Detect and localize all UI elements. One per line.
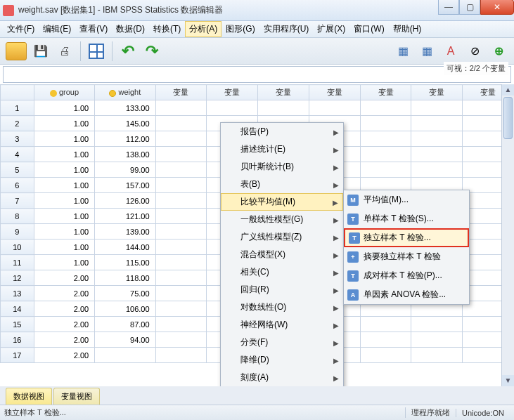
add-icon[interactable]: ⊕ <box>489 41 508 61</box>
row-number[interactable]: 8 <box>1 209 34 224</box>
cell-weight[interactable]: 106.00 <box>95 301 155 317</box>
dropdown-item[interactable]: 混合模型(X)▶ <box>221 246 343 263</box>
chart-icon[interactable]: ▦ <box>393 41 413 61</box>
cell-group[interactable]: 2.00 <box>34 286 94 301</box>
dropdown-item[interactable]: 报告(P)▶ <box>221 123 343 140</box>
col-var-1[interactable]: 变量 <box>155 85 207 100</box>
row-number[interactable]: 2 <box>1 116 34 131</box>
cell-group[interactable]: 2.00 <box>34 348 94 363</box>
menu-edit[interactable]: 编辑(E) <box>39 21 75 37</box>
undo-icon[interactable]: ↶ <box>118 41 138 61</box>
cell-group[interactable]: 2.00 <box>34 332 94 348</box>
col-group[interactable]: group <box>34 85 94 100</box>
cell-weight[interactable]: 144.00 <box>95 239 155 255</box>
save-icon[interactable]: 💾 <box>31 41 51 61</box>
corner-cell[interactable] <box>1 85 34 100</box>
row-number[interactable]: 4 <box>1 147 34 162</box>
menu-window[interactable]: 窗口(W) <box>349 21 388 37</box>
col-var-2[interactable]: 变量 <box>207 85 258 100</box>
dropdown-item[interactable]: 刻度(A)▶ <box>221 369 343 386</box>
row-number[interactable]: 3 <box>1 131 34 147</box>
submenu-item[interactable]: M 平均值(M)... <box>344 190 469 209</box>
dropdown-item[interactable]: 贝叶斯统计(B)▶ <box>221 158 343 176</box>
cell-weight[interactable]: 138.00 <box>95 147 155 162</box>
scroll-thumb[interactable] <box>503 97 513 139</box>
cell-group[interactable]: 1.00 <box>34 209 94 224</box>
cell-weight[interactable]: 94.00 <box>95 332 155 348</box>
vertical-scrollbar[interactable]: ▲ ▼ <box>501 84 514 386</box>
row-number[interactable]: 13 <box>1 286 34 301</box>
scroll-down-icon[interactable]: ▼ <box>502 375 514 386</box>
menu-help[interactable]: 帮助(H) <box>389 21 426 37</box>
submenu-item[interactable]: T 成对样本 T 检验(P)... <box>344 266 469 285</box>
dropdown-item[interactable]: 描述统计(E)▶ <box>221 140 343 158</box>
cell-weight[interactable]: 99.00 <box>95 162 155 178</box>
menu-utilities[interactable]: 实用程序(U) <box>259 21 314 37</box>
row-number[interactable]: 7 <box>1 193 34 209</box>
row-number[interactable]: 14 <box>1 301 34 317</box>
cell-group[interactable]: 1.00 <box>34 239 94 255</box>
minimize-button[interactable]: — <box>438 0 459 15</box>
grid-icon[interactable]: ▦ <box>417 41 437 61</box>
row-number[interactable]: 17 <box>1 348 34 363</box>
cell-group[interactable]: 2.00 <box>34 317 94 332</box>
cell-group[interactable]: 1.00 <box>34 255 94 270</box>
format-icon[interactable]: A <box>441 41 461 61</box>
cell-weight[interactable]: 115.00 <box>95 255 155 270</box>
row-number[interactable]: 11 <box>1 255 34 270</box>
col-var-4[interactable]: 变量 <box>309 85 360 100</box>
col-var-5[interactable]: 变量 <box>360 85 411 100</box>
cell-group[interactable]: 1.00 <box>34 131 94 147</box>
cell-group[interactable]: 2.00 <box>34 270 94 286</box>
dropdown-item[interactable]: 降维(D)▶ <box>221 351 343 369</box>
menu-transform[interactable]: 转换(T) <box>149 21 185 37</box>
dropdown-item[interactable]: 相关(C)▶ <box>221 263 343 281</box>
col-var-6[interactable]: 变量 <box>411 85 463 100</box>
redo-icon[interactable]: ↷ <box>142 41 162 61</box>
menu-data[interactable]: 数据(D) <box>112 21 149 37</box>
table-icon[interactable] <box>86 41 106 61</box>
dropdown-item[interactable]: 对数线性(O)▶ <box>221 298 343 316</box>
menu-graphs[interactable]: 图形(G) <box>221 21 259 37</box>
menu-extensions[interactable]: 扩展(X) <box>313 21 349 37</box>
cell-group[interactable]: 1.00 <box>34 178 94 193</box>
row-number[interactable]: 16 <box>1 332 34 348</box>
cell-group[interactable]: 1.00 <box>34 147 94 162</box>
formula-bar[interactable] <box>3 66 511 83</box>
dropdown-item[interactable]: 分类(F)▶ <box>221 334 343 351</box>
tab-data-view[interactable]: 数据视图 <box>6 388 52 405</box>
cell-group[interactable]: 2.00 <box>34 301 94 317</box>
row-number[interactable]: 1 <box>1 100 34 116</box>
row-number[interactable]: 12 <box>1 270 34 286</box>
cell-group[interactable]: 1.00 <box>34 162 94 178</box>
row-number[interactable]: 6 <box>1 178 34 193</box>
cell-group[interactable]: 1.00 <box>34 100 94 116</box>
table-row[interactable]: 1 1.00 133.00 <box>1 100 514 116</box>
dropdown-item[interactable]: 比较平均值(M)▶ <box>221 193 343 211</box>
print-icon[interactable]: 🖨 <box>55 41 75 61</box>
cell-weight[interactable]: 133.00 <box>95 100 155 116</box>
dropdown-item[interactable]: 广义线性模型(Z)▶ <box>221 228 343 246</box>
cell-weight[interactable]: 145.00 <box>95 116 155 131</box>
cell-weight[interactable] <box>95 348 155 363</box>
menu-file[interactable]: 文件(F) <box>3 21 39 37</box>
cell-group[interactable]: 1.00 <box>34 224 94 239</box>
cell-weight[interactable]: 126.00 <box>95 193 155 209</box>
cell-weight[interactable]: 139.00 <box>95 224 155 239</box>
dropdown-item[interactable]: 一般线性模型(G)▶ <box>221 211 343 228</box>
cell-weight[interactable]: 157.00 <box>95 178 155 193</box>
cell-weight[interactable]: 75.00 <box>95 286 155 301</box>
maximize-button[interactable]: ▢ <box>459 0 480 15</box>
scroll-up-icon[interactable]: ▲ <box>502 84 514 96</box>
dropdown-item[interactable]: 表(B)▶ <box>221 176 343 193</box>
submenu-item[interactable]: + 摘要独立样本 T 检验 <box>344 247 469 266</box>
submenu-item[interactable]: T 独立样本 T 检验... <box>344 228 469 247</box>
row-number[interactable]: 15 <box>1 317 34 332</box>
cell-weight[interactable]: 118.00 <box>95 270 155 286</box>
cell-weight[interactable]: 112.00 <box>95 131 155 147</box>
row-number[interactable]: 10 <box>1 239 34 255</box>
cell-weight[interactable]: 121.00 <box>95 209 155 224</box>
submenu-item[interactable]: T 单样本 T 检验(S)... <box>344 209 469 228</box>
tab-variable-view[interactable]: 变量视图 <box>53 388 100 405</box>
close-button[interactable]: ✕ <box>480 0 514 15</box>
